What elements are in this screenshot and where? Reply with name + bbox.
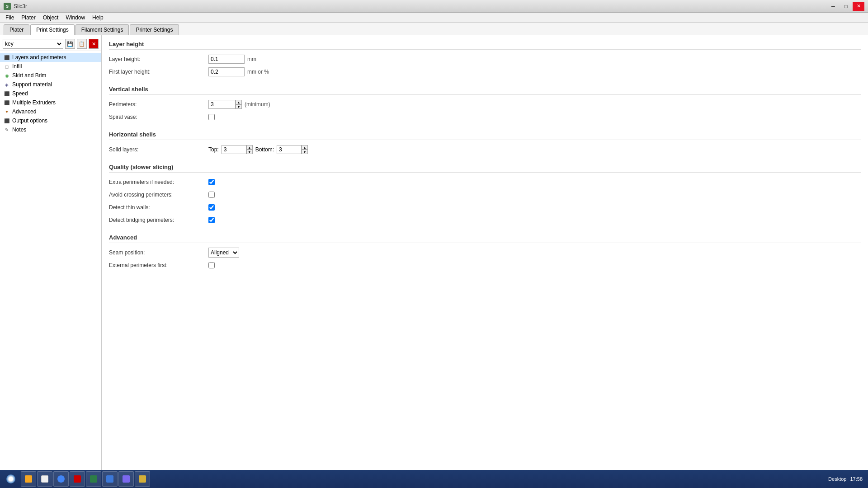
perimeters-spinner-buttons: ▲ ▼	[236, 100, 242, 109]
bottom-decrement[interactable]: ▼	[302, 150, 308, 154]
taskbar-app-1[interactable]	[21, 471, 36, 487]
first-layer-height-row: First layer height: mm or %	[109, 67, 861, 77]
start-button[interactable]	[2, 471, 20, 487]
window-controls: ─ □ ✕	[827, 2, 864, 11]
layers-icon: ⬛	[4, 54, 10, 61]
vertical-shells-title: Vertical shells	[109, 86, 861, 95]
sidebar-item-multiple-extruders[interactable]: ⬛ Multiple Extruders	[0, 98, 101, 107]
top-increment[interactable]: ▲	[246, 145, 253, 150]
sidebar-toolbar: key 💾 📋 ✕	[0, 37, 101, 51]
tab-plater[interactable]: Plater	[4, 24, 29, 35]
layer-height-title: Layer height	[109, 41, 861, 50]
save-preset-button[interactable]: 💾	[65, 39, 75, 49]
spiral-vase-row: Spiral vase:	[109, 112, 861, 122]
solid-layers-label: Solid layers:	[109, 146, 208, 153]
seam-position-label: Seam position:	[109, 249, 208, 256]
tab-print-settings[interactable]: Print Settings	[30, 24, 74, 35]
tab-printer-settings[interactable]: Printer Settings	[130, 24, 179, 35]
sidebar-item-infill-label: Infill	[12, 63, 22, 70]
app2-icon	[41, 475, 48, 483]
preset-select[interactable]: key	[3, 39, 63, 49]
output-icon: ⬛	[4, 117, 10, 124]
sidebar-item-support-material[interactable]: ◈ Support material	[0, 80, 101, 89]
detect-thin-walls-row: Detect thin walls:	[109, 202, 861, 212]
spiral-vase-label: Spiral vase:	[109, 114, 208, 120]
minimize-button[interactable]: ─	[827, 2, 839, 11]
solid-layers-row: Solid layers: Top: ▲ ▼ Bottom:	[109, 145, 861, 155]
taskbar-app-8[interactable]	[135, 471, 150, 487]
tab-filament-settings[interactable]: Filament Settings	[75, 24, 129, 35]
menu-window[interactable]: Window	[62, 14, 89, 22]
app5-icon	[90, 475, 97, 483]
detect-thin-walls-checkbox[interactable]	[208, 204, 215, 211]
avoid-crossing-checkbox[interactable]	[208, 192, 215, 198]
layer-height-unit: mm	[247, 56, 256, 62]
extra-perimeters-row: Extra perimeters if needed:	[109, 177, 861, 187]
taskbar-app-3[interactable]	[53, 471, 69, 487]
extra-perimeters-label: Extra perimeters if needed:	[109, 179, 208, 185]
infill-icon: ◻	[4, 63, 10, 70]
top-decrement[interactable]: ▼	[246, 150, 253, 154]
sidebar-item-speed-label: Speed	[12, 90, 28, 97]
bottom-increment[interactable]: ▲	[302, 145, 308, 150]
external-perimeters-row: External perimeters first:	[109, 260, 861, 270]
titlebar: S Slic3r ─ □ ✕	[0, 0, 868, 13]
bottom-input[interactable]	[277, 145, 302, 154]
spiral-vase-checkbox[interactable]	[208, 114, 215, 120]
external-perimeters-checkbox[interactable]	[208, 262, 215, 268]
extruder-icon: ⬛	[4, 99, 10, 106]
layer-height-input[interactable]	[208, 55, 245, 64]
sidebar-item-notes[interactable]: ✎ Notes	[0, 125, 101, 134]
maximize-button[interactable]: □	[840, 2, 852, 11]
sidebar-nav: ⬛ Layers and perimeters ◻ Infill ◉ Skirt…	[0, 51, 101, 136]
taskbar-desktop-label: Desktop	[828, 476, 846, 482]
extra-perimeters-checkbox[interactable]	[208, 179, 215, 185]
taskbar-app-2[interactable]	[37, 471, 52, 487]
advanced-title: Advanced	[109, 234, 861, 243]
sidebar-item-skirt-and-brim[interactable]: ◉ Skirt and Brim	[0, 71, 101, 80]
avoid-crossing-row: Avoid crossing perimeters:	[109, 190, 861, 200]
first-layer-height-unit: mm or %	[247, 69, 269, 75]
solid-layers-inputs: Top: ▲ ▼ Bottom: ▲ ▼	[208, 145, 308, 154]
perimeters-hint: (minimum)	[245, 101, 270, 108]
advanced-icon: ✦	[4, 108, 10, 115]
taskbar-app-4[interactable]	[70, 471, 85, 487]
close-button[interactable]: ✕	[853, 2, 864, 11]
quality-title: Quality (slower slicing)	[109, 164, 861, 173]
perimeters-decrement[interactable]: ▼	[236, 104, 242, 109]
menu-plater[interactable]: Plater	[18, 14, 39, 22]
menu-object[interactable]: Object	[39, 14, 62, 22]
perimeters-label: Perimeters:	[109, 101, 208, 108]
perimeters-input[interactable]	[208, 100, 236, 109]
first-layer-height-input[interactable]	[208, 67, 245, 76]
support-icon: ◈	[4, 81, 10, 88]
top-input[interactable]	[222, 145, 246, 154]
sidebar-item-speed[interactable]: ⬛ Speed	[0, 89, 101, 98]
sidebar-item-infill[interactable]: ◻ Infill	[0, 62, 101, 71]
vertical-shells-section: Vertical shells Perimeters: ▲ ▼ (minimum…	[109, 86, 861, 122]
speed-icon: ⬛	[4, 90, 10, 97]
sidebar-item-advanced[interactable]: ✦ Advanced	[0, 107, 101, 116]
app6-icon	[106, 475, 113, 483]
avoid-crossing-label: Avoid crossing perimeters:	[109, 192, 208, 198]
detect-bridging-checkbox[interactable]	[208, 217, 215, 223]
menu-help[interactable]: Help	[89, 14, 107, 22]
quality-section: Quality (slower slicing) Extra perimeter…	[109, 164, 861, 225]
delete-preset-button[interactable]: ✕	[89, 39, 99, 49]
taskbar-app-6[interactable]	[102, 471, 118, 487]
tabsbar: Plater Print Settings Filament Settings …	[0, 23, 868, 35]
titlebar-left: S Slic3r	[4, 3, 27, 10]
app7-icon	[123, 475, 130, 483]
copy-preset-button[interactable]: 📋	[77, 39, 87, 49]
notes-icon: ✎	[4, 127, 10, 133]
sidebar-item-advanced-label: Advanced	[12, 108, 36, 115]
top-label: Top:	[208, 146, 219, 153]
taskbar-app-7[interactable]	[118, 471, 134, 487]
menu-file[interactable]: File	[2, 14, 18, 22]
taskbar-app-5[interactable]	[86, 471, 101, 487]
sidebar-item-output-options[interactable]: ⬛ Output options	[0, 116, 101, 125]
seam-position-select[interactable]: Aligned Nearest Random Rear	[208, 248, 239, 258]
sidebar-item-layers-and-perimeters[interactable]: ⬛ Layers and perimeters	[0, 53, 101, 62]
perimeters-increment[interactable]: ▲	[236, 100, 242, 104]
sidebar-item-layers-label: Layers and perimeters	[12, 54, 66, 61]
